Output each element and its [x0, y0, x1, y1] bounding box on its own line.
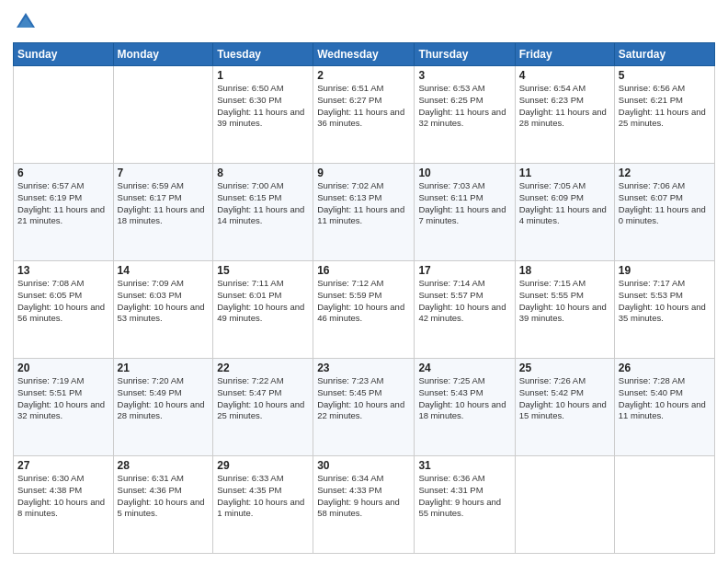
calendar-cell: 19Sunrise: 7:17 AM Sunset: 5:53 PM Dayli… [614, 261, 714, 359]
day-info: Sunrise: 6:34 AM Sunset: 4:33 PM Dayligh… [317, 473, 410, 520]
day-number: 22 [217, 362, 309, 374]
calendar-cell: 3Sunrise: 6:53 AM Sunset: 6:25 PM Daylig… [415, 66, 515, 164]
week-row-1: 1Sunrise: 6:50 AM Sunset: 6:30 PM Daylig… [14, 66, 715, 164]
day-number: 17 [418, 264, 510, 277]
calendar-cell: 11Sunrise: 7:05 AM Sunset: 6:09 PM Dayli… [515, 164, 614, 261]
day-info: Sunrise: 6:30 AM Sunset: 4:38 PM Dayligh… [17, 473, 109, 520]
col-header-sunday: Sunday [14, 43, 114, 66]
day-info: Sunrise: 7:12 AM Sunset: 5:59 PM Dayligh… [317, 278, 410, 325]
calendar-cell: 1Sunrise: 6:50 AM Sunset: 6:30 PM Daylig… [213, 66, 313, 164]
day-number: 19 [619, 264, 711, 277]
day-info: Sunrise: 6:36 AM Sunset: 4:31 PM Dayligh… [418, 473, 510, 520]
day-number: 2 [317, 69, 410, 82]
day-info: Sunrise: 6:53 AM Sunset: 6:25 PM Dayligh… [418, 83, 510, 130]
calendar-cell [515, 456, 614, 554]
day-number: 10 [418, 167, 510, 179]
day-number: 23 [317, 362, 410, 374]
header [13, 9, 715, 35]
day-number: 18 [519, 264, 610, 277]
week-row-3: 13Sunrise: 7:08 AM Sunset: 6:05 PM Dayli… [14, 261, 715, 359]
calendar-cell: 7Sunrise: 6:59 AM Sunset: 6:17 PM Daylig… [113, 164, 213, 261]
logo [13, 9, 42, 35]
week-row-2: 6Sunrise: 6:57 AM Sunset: 6:19 PM Daylig… [14, 164, 715, 261]
calendar-cell: 5Sunrise: 6:56 AM Sunset: 6:21 PM Daylig… [614, 66, 714, 164]
day-info: Sunrise: 6:54 AM Sunset: 6:23 PM Dayligh… [519, 83, 610, 130]
calendar-cell: 13Sunrise: 7:08 AM Sunset: 6:05 PM Dayli… [14, 261, 114, 359]
day-number: 14 [118, 264, 210, 277]
day-number: 12 [619, 167, 711, 179]
day-info: Sunrise: 6:56 AM Sunset: 6:21 PM Dayligh… [619, 83, 711, 130]
calendar-cell: 17Sunrise: 7:14 AM Sunset: 5:57 PM Dayli… [415, 261, 515, 359]
day-info: Sunrise: 7:15 AM Sunset: 5:55 PM Dayligh… [519, 278, 610, 325]
calendar-cell: 29Sunrise: 6:33 AM Sunset: 4:35 PM Dayli… [213, 456, 313, 554]
day-info: Sunrise: 6:33 AM Sunset: 4:35 PM Dayligh… [217, 473, 309, 520]
calendar-cell: 24Sunrise: 7:25 AM Sunset: 5:43 PM Dayli… [415, 359, 515, 456]
day-info: Sunrise: 7:05 AM Sunset: 6:09 PM Dayligh… [519, 180, 610, 227]
day-number: 16 [317, 264, 410, 277]
day-info: Sunrise: 7:08 AM Sunset: 6:05 PM Dayligh… [17, 278, 109, 325]
day-number: 20 [17, 362, 109, 374]
calendar-cell: 12Sunrise: 7:06 AM Sunset: 6:07 PM Dayli… [614, 164, 714, 261]
calendar-cell: 22Sunrise: 7:22 AM Sunset: 5:47 PM Dayli… [213, 359, 313, 456]
col-header-wednesday: Wednesday [313, 43, 415, 66]
day-info: Sunrise: 7:19 AM Sunset: 5:51 PM Dayligh… [17, 375, 109, 422]
day-number: 4 [519, 69, 610, 82]
calendar-cell [14, 66, 114, 164]
header-row: SundayMondayTuesdayWednesdayThursdayFrid… [14, 43, 715, 66]
day-info: Sunrise: 6:57 AM Sunset: 6:19 PM Dayligh… [17, 180, 109, 227]
calendar-cell: 4Sunrise: 6:54 AM Sunset: 6:23 PM Daylig… [515, 66, 614, 164]
calendar-cell: 9Sunrise: 7:02 AM Sunset: 6:13 PM Daylig… [313, 164, 415, 261]
day-info: Sunrise: 6:59 AM Sunset: 6:17 PM Dayligh… [118, 180, 210, 227]
day-number: 24 [418, 362, 510, 374]
calendar-cell: 16Sunrise: 7:12 AM Sunset: 5:59 PM Dayli… [313, 261, 415, 359]
day-number: 30 [317, 459, 410, 472]
day-number: 8 [217, 167, 309, 179]
col-header-friday: Friday [515, 43, 614, 66]
col-header-thursday: Thursday [415, 43, 515, 66]
calendar-cell: 23Sunrise: 7:23 AM Sunset: 5:45 PM Dayli… [313, 359, 415, 456]
day-number: 31 [418, 459, 510, 472]
day-info: Sunrise: 7:26 AM Sunset: 5:42 PM Dayligh… [519, 375, 610, 422]
day-info: Sunrise: 7:17 AM Sunset: 5:53 PM Dayligh… [619, 278, 711, 325]
day-info: Sunrise: 6:50 AM Sunset: 6:30 PM Dayligh… [217, 83, 309, 130]
day-number: 15 [217, 264, 309, 277]
calendar-cell: 26Sunrise: 7:28 AM Sunset: 5:40 PM Dayli… [614, 359, 714, 456]
day-info: Sunrise: 7:22 AM Sunset: 5:47 PM Dayligh… [217, 375, 309, 422]
calendar-cell: 30Sunrise: 6:34 AM Sunset: 4:33 PM Dayli… [313, 456, 415, 554]
day-info: Sunrise: 7:02 AM Sunset: 6:13 PM Dayligh… [317, 180, 410, 227]
col-header-saturday: Saturday [614, 43, 714, 66]
calendar-cell: 8Sunrise: 7:00 AM Sunset: 6:15 PM Daylig… [213, 164, 313, 261]
day-info: Sunrise: 7:28 AM Sunset: 5:40 PM Dayligh… [619, 375, 711, 422]
day-info: Sunrise: 7:00 AM Sunset: 6:15 PM Dayligh… [217, 180, 309, 227]
day-number: 5 [619, 69, 711, 82]
day-number: 21 [118, 362, 210, 374]
day-number: 11 [519, 167, 610, 179]
calendar-cell: 31Sunrise: 6:36 AM Sunset: 4:31 PM Dayli… [415, 456, 515, 554]
day-info: Sunrise: 7:06 AM Sunset: 6:07 PM Dayligh… [619, 180, 711, 227]
day-number: 28 [118, 459, 210, 472]
day-info: Sunrise: 6:31 AM Sunset: 4:36 PM Dayligh… [118, 473, 210, 520]
calendar-cell: 20Sunrise: 7:19 AM Sunset: 5:51 PM Dayli… [14, 359, 114, 456]
day-info: Sunrise: 7:23 AM Sunset: 5:45 PM Dayligh… [317, 375, 410, 422]
calendar-cell: 28Sunrise: 6:31 AM Sunset: 4:36 PM Dayli… [113, 456, 213, 554]
calendar-cell [614, 456, 714, 554]
day-info: Sunrise: 7:20 AM Sunset: 5:49 PM Dayligh… [118, 375, 210, 422]
day-info: Sunrise: 7:14 AM Sunset: 5:57 PM Dayligh… [418, 278, 510, 325]
calendar-cell: 15Sunrise: 7:11 AM Sunset: 6:01 PM Dayli… [213, 261, 313, 359]
week-row-4: 20Sunrise: 7:19 AM Sunset: 5:51 PM Dayli… [14, 359, 715, 456]
day-info: Sunrise: 7:25 AM Sunset: 5:43 PM Dayligh… [418, 375, 510, 422]
day-info: Sunrise: 7:11 AM Sunset: 6:01 PM Dayligh… [217, 278, 309, 325]
calendar-cell: 25Sunrise: 7:26 AM Sunset: 5:42 PM Dayli… [515, 359, 614, 456]
day-number: 9 [317, 167, 410, 179]
col-header-monday: Monday [113, 43, 213, 66]
calendar-cell: 14Sunrise: 7:09 AM Sunset: 6:03 PM Dayli… [113, 261, 213, 359]
day-number: 27 [17, 459, 109, 472]
calendar-table: SundayMondayTuesdayWednesdayThursdayFrid… [13, 42, 715, 554]
day-number: 26 [619, 362, 711, 374]
day-info: Sunrise: 7:09 AM Sunset: 6:03 PM Dayligh… [118, 278, 210, 325]
day-info: Sunrise: 7:03 AM Sunset: 6:11 PM Dayligh… [418, 180, 510, 227]
day-number: 7 [118, 167, 210, 179]
calendar-cell [113, 66, 213, 164]
day-number: 13 [17, 264, 109, 277]
day-info: Sunrise: 6:51 AM Sunset: 6:27 PM Dayligh… [317, 83, 410, 130]
